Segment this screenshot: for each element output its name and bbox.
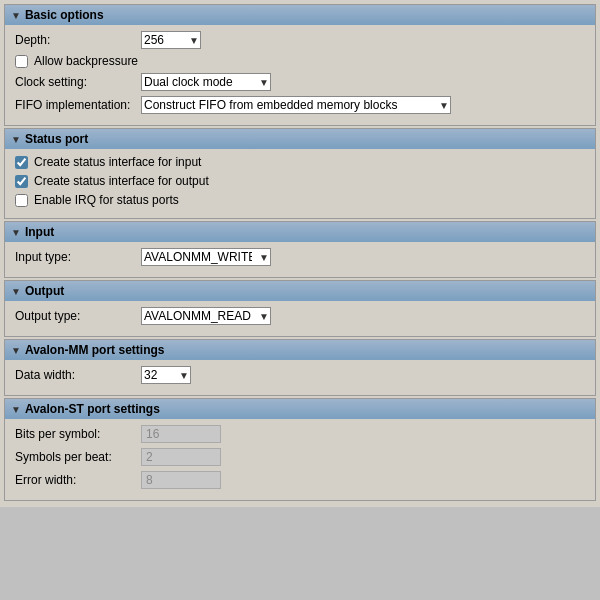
create-status-output-row: Create status interface for output	[15, 174, 585, 188]
depth-select[interactable]: 256 512 1024 2048	[141, 31, 201, 49]
section-title-status: Status port	[25, 132, 88, 146]
collapse-arrow-input[interactable]: ▼	[11, 227, 21, 238]
section-output: ▼ Output Output type: AVALONMM_READ AVAL…	[4, 280, 596, 337]
error-width-label: Error width:	[15, 473, 135, 487]
section-avalon-mm: ▼ Avalon-MM port settings Data width: 32…	[4, 339, 596, 396]
section-header-avalon-mm: ▼ Avalon-MM port settings	[5, 340, 595, 360]
fifo-impl-label: FIFO implementation:	[15, 98, 135, 112]
section-status-port: ▼ Status port Create status interface fo…	[4, 128, 596, 219]
allow-backpressure-row: Allow backpressure	[15, 54, 585, 68]
collapse-arrow-output[interactable]: ▼	[11, 286, 21, 297]
section-body-avalon-mm: Data width: 32 16 8 64 ▼	[5, 360, 595, 395]
output-type-row: Output type: AVALONMM_READ AVALONMM_WRIT…	[15, 307, 585, 325]
enable-irq-label: Enable IRQ for status ports	[34, 193, 179, 207]
data-width-select-wrapper: 32 16 8 64 ▼	[141, 366, 191, 384]
clock-select[interactable]: Dual clock mode Single clock mode	[141, 73, 271, 91]
section-body-output: Output type: AVALONMM_READ AVALONMM_WRIT…	[5, 301, 595, 336]
bits-per-symbol-field	[141, 425, 221, 443]
section-avalon-st: ▼ Avalon-ST port settings Bits per symbo…	[4, 398, 596, 501]
input-type-select-wrapper: AVALONMM_WRITE AVALONMM_READ AVALON_ST ▼	[141, 248, 271, 266]
collapse-arrow-avalon-mm[interactable]: ▼	[11, 345, 21, 356]
section-header-input: ▼ Input	[5, 222, 595, 242]
section-body-status: Create status interface for input Create…	[5, 149, 595, 218]
error-width-field	[141, 471, 221, 489]
fifo-impl-row: FIFO implementation: Construct FIFO from…	[15, 96, 585, 114]
input-type-select[interactable]: AVALONMM_WRITE AVALONMM_READ AVALON_ST	[141, 248, 271, 266]
section-body-basic: Depth: 256 512 1024 2048 ▼ Allow backpre…	[5, 25, 595, 125]
depth-label: Depth:	[15, 33, 135, 47]
output-type-select[interactable]: AVALONMM_READ AVALONMM_WRITE AVALON_ST	[141, 307, 271, 325]
symbols-per-beat-field	[141, 448, 221, 466]
output-type-select-wrapper: AVALONMM_READ AVALONMM_WRITE AVALON_ST ▼	[141, 307, 271, 325]
data-width-select[interactable]: 32 16 8 64	[141, 366, 191, 384]
input-type-row: Input type: AVALONMM_WRITE AVALONMM_READ…	[15, 248, 585, 266]
allow-backpressure-checkbox[interactable]	[15, 55, 28, 68]
clock-setting-row: Clock setting: Dual clock mode Single cl…	[15, 73, 585, 91]
section-header-avalon-st: ▼ Avalon-ST port settings	[5, 399, 595, 419]
error-width-row: Error width:	[15, 471, 585, 489]
section-title-basic: Basic options	[25, 8, 104, 22]
create-status-input-label: Create status interface for input	[34, 155, 201, 169]
section-header-status: ▼ Status port	[5, 129, 595, 149]
fifo-select[interactable]: Construct FIFO from embedded memory bloc…	[141, 96, 451, 114]
bits-per-symbol-label: Bits per symbol:	[15, 427, 135, 441]
output-type-label: Output type:	[15, 309, 135, 323]
section-header-output: ▼ Output	[5, 281, 595, 301]
section-header-basic-options: ▼ Basic options	[5, 5, 595, 25]
input-type-label: Input type:	[15, 250, 135, 264]
fifo-select-wrapper: Construct FIFO from embedded memory bloc…	[141, 96, 451, 114]
collapse-arrow-avalon-st[interactable]: ▼	[11, 404, 21, 415]
symbols-per-beat-row: Symbols per beat:	[15, 448, 585, 466]
collapse-arrow-status[interactable]: ▼	[11, 134, 21, 145]
section-body-avalon-st: Bits per symbol: Symbols per beat: Error…	[5, 419, 595, 500]
data-width-row: Data width: 32 16 8 64 ▼	[15, 366, 585, 384]
allow-backpressure-label: Allow backpressure	[34, 54, 138, 68]
enable-irq-row: Enable IRQ for status ports	[15, 193, 585, 207]
section-title-avalon-mm: Avalon-MM port settings	[25, 343, 165, 357]
create-status-output-checkbox[interactable]	[15, 175, 28, 188]
clock-setting-label: Clock setting:	[15, 75, 135, 89]
main-container: ▼ Basic options Depth: 256 512 1024 2048…	[0, 0, 600, 507]
depth-row: Depth: 256 512 1024 2048 ▼	[15, 31, 585, 49]
create-status-output-label: Create status interface for output	[34, 174, 209, 188]
section-input: ▼ Input Input type: AVALONMM_WRITE AVALO…	[4, 221, 596, 278]
section-basic-options: ▼ Basic options Depth: 256 512 1024 2048…	[4, 4, 596, 126]
enable-irq-checkbox[interactable]	[15, 194, 28, 207]
data-width-label: Data width:	[15, 368, 135, 382]
section-body-input: Input type: AVALONMM_WRITE AVALONMM_READ…	[5, 242, 595, 277]
clock-select-wrapper: Dual clock mode Single clock mode ▼	[141, 73, 271, 91]
depth-select-wrapper: 256 512 1024 2048 ▼	[141, 31, 201, 49]
section-title-input: Input	[25, 225, 54, 239]
section-title-avalon-st: Avalon-ST port settings	[25, 402, 160, 416]
create-status-input-row: Create status interface for input	[15, 155, 585, 169]
collapse-arrow-basic[interactable]: ▼	[11, 10, 21, 21]
create-status-input-checkbox[interactable]	[15, 156, 28, 169]
symbols-per-beat-label: Symbols per beat:	[15, 450, 135, 464]
section-title-output: Output	[25, 284, 64, 298]
bits-per-symbol-row: Bits per symbol:	[15, 425, 585, 443]
